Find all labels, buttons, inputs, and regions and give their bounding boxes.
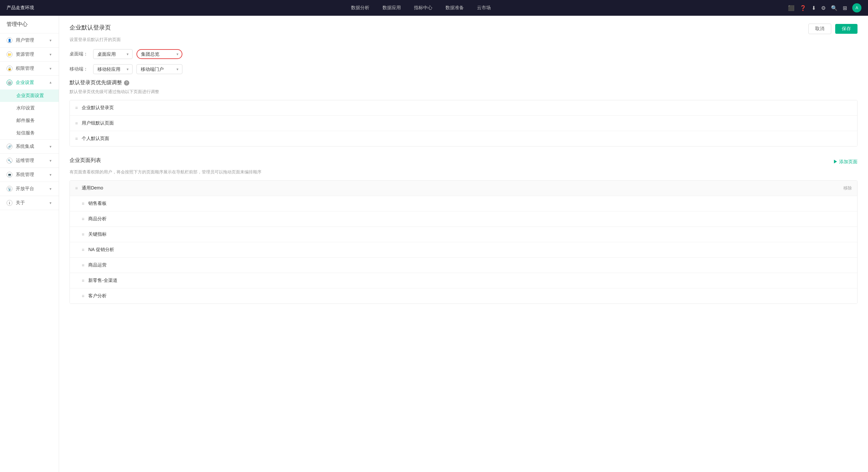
sidebar-label-resource-mgmt: 资源管理 (16, 52, 34, 57)
grid-icon[interactable]: ⊞ (843, 5, 847, 11)
nav-data-analysis[interactable]: 数据分析 (351, 4, 369, 12)
chevron-user-mgmt: ▼ (49, 39, 52, 42)
sidebar-sub-sms-service[interactable]: 短信服务 (0, 127, 59, 139)
header-actions: 取消 保存 (808, 24, 858, 34)
cancel-button[interactable]: 取消 (808, 24, 831, 34)
nav-cloud-market[interactable]: 云市场 (477, 4, 491, 12)
chevron-enterprise-settings: ▼ (49, 81, 52, 85)
page-item-product-analysis[interactable]: ≡ 商品分析 (70, 211, 857, 227)
priority-info-icon[interactable]: ? (124, 80, 129, 86)
desktop-label: 桌面端： (69, 51, 89, 57)
drag-handle-na-promotion: ≡ (82, 247, 84, 252)
page-table: ≡ 通用Demo 移除 ≡ 销售看板 ≡ 商品分析 ≡ 关键指标 (69, 180, 858, 304)
drag-handle-new-retail: ≡ (82, 278, 84, 283)
page-item-sales-dashboard[interactable]: ≡ 销售看板 (70, 196, 857, 211)
desktop-page-select-wrapper: 集团总览 ▼ (136, 49, 182, 59)
chevron-system-integration: ▼ (49, 145, 52, 148)
add-page-button[interactable]: ▶ 添加页面 (833, 159, 858, 165)
sidebar-group-user-mgmt: 👤 用户管理 ▼ (0, 33, 59, 47)
sidebar-group-open-platform: 📡 开放平台 ▼ (0, 182, 59, 196)
page-item-na-promotion[interactable]: ≡ NA 促销分析 (70, 242, 857, 258)
drag-handle-customer-analysis: ≡ (82, 293, 84, 299)
sidebar-label-user-mgmt: 用户管理 (16, 37, 34, 43)
sidebar-item-about[interactable]: ℹ 关于 ▼ (0, 196, 59, 210)
page-item-key-metrics[interactable]: ≡ 关键指标 (70, 227, 857, 242)
sidebar-group-system-integration: 🔗 系统集成 ▼ (0, 140, 59, 154)
page-header: 企业默认登录页 取消 保存 (69, 24, 858, 34)
priority-label-enterprise: 企业默认登录页 (82, 105, 114, 111)
layout: 管理中心 👤 用户管理 ▼ 📁 资源管理 ▼ (0, 16, 868, 472)
mobile-app-select[interactable]: 移动轻应用 (93, 64, 132, 74)
page-name-sales-dashboard: 销售看板 (88, 201, 106, 206)
monitor-icon[interactable]: ⬛ (788, 5, 795, 11)
save-button[interactable]: 保存 (835, 24, 858, 34)
drag-handle-sales: ≡ (82, 201, 84, 206)
mobile-label: 移动端： (69, 66, 89, 72)
content-inner: 企业默认登录页 取消 保存 设置登录后默认打开的页面 桌面端： 桌面应用 ▼ (59, 16, 868, 312)
open-icon: 📡 (6, 186, 12, 192)
desktop-page-select[interactable]: 集团总览 (136, 49, 182, 59)
chevron-permission-mgmt: ▼ (49, 67, 52, 70)
sidebar-label-open-platform: 开放平台 (16, 186, 34, 192)
sidebar-label-system-integration: 系统集成 (16, 143, 34, 149)
sidebar: 管理中心 👤 用户管理 ▼ 📁 资源管理 ▼ (0, 16, 59, 472)
system-icon: 💻 (6, 172, 12, 178)
integration-icon: 🔗 (6, 143, 12, 149)
chevron-system-mgmt: ▼ (49, 173, 52, 177)
nav-data-prep[interactable]: 数据准备 (445, 4, 464, 12)
priority-item-personal[interactable]: ≡ 个人默认页面 (70, 131, 857, 146)
drag-handle-product-analysis: ≡ (82, 216, 84, 222)
priority-list: ≡ 企业默认登录页 ≡ 用户组默认页面 ≡ 个人默认页面 (69, 100, 858, 146)
sidebar-item-ops-mgmt[interactable]: 🔧 运维管理 ▼ (0, 154, 59, 168)
sidebar-item-open-platform[interactable]: 📡 开放平台 ▼ (0, 182, 59, 196)
drag-handle-group: ≡ (75, 186, 78, 191)
nav-right: ⬛ ❓ ⬇ ⚙ 🔍 ⊞ A (788, 3, 862, 12)
avatar[interactable]: A (852, 3, 862, 12)
remove-group-button[interactable]: 移除 (843, 185, 852, 191)
sidebar-label-permission-mgmt: 权限管理 (16, 66, 34, 71)
chevron-open-platform: ▼ (49, 187, 52, 191)
page-name-product-ops: 商品运营 (88, 262, 106, 268)
priority-item-enterprise[interactable]: ≡ 企业默认登录页 (70, 100, 857, 116)
sidebar-label-ops-mgmt: 运维管理 (16, 158, 34, 164)
page-name-na-promotion: NA 促销分析 (88, 247, 114, 253)
desktop-form-row: 桌面端： 桌面应用 ▼ 集团总览 ▼ (69, 49, 858, 59)
mobile-app-select-wrapper: 移动轻应用 ▼ (93, 64, 132, 74)
ops-icon: 🔧 (6, 158, 12, 164)
page-item-new-retail[interactable]: ≡ 新零售-全渠道 (70, 273, 857, 289)
sidebar-item-enterprise-settings[interactable]: 🏢 企业设置 ▼ (0, 76, 59, 90)
search-icon[interactable]: 🔍 (831, 5, 837, 11)
sidebar-item-user-mgmt[interactable]: 👤 用户管理 ▼ (0, 33, 59, 47)
page-item-customer-analysis[interactable]: ≡ 客户分析 (70, 289, 857, 304)
sidebar-sub-email-service[interactable]: 邮件服务 (0, 114, 59, 127)
page-group-general-demo: ≡ 通用Demo 移除 ≡ 销售看板 ≡ 商品分析 ≡ 关键指标 (70, 180, 857, 304)
page-group-header-general-demo[interactable]: ≡ 通用Demo 移除 (70, 180, 857, 196)
mobile-page-select-wrapper: 移动端门户 ▼ (136, 64, 182, 74)
group-name-general-demo: 通用Demo (82, 185, 839, 191)
download-icon[interactable]: ⬇ (812, 5, 816, 11)
sidebar-group-enterprise-settings: 🏢 企业设置 ▼ 企业页面设置 水印设置 邮件服务 短信服务 (0, 76, 59, 140)
sidebar-item-system-integration[interactable]: 🔗 系统集成 ▼ (0, 140, 59, 154)
sidebar-sub-enterprise-page-settings[interactable]: 企业页面设置 (0, 90, 59, 102)
priority-item-user-group[interactable]: ≡ 用户组默认页面 (70, 116, 857, 131)
drag-handle-enterprise: ≡ (75, 105, 78, 110)
nav-metrics[interactable]: 指标中心 (414, 4, 432, 12)
sidebar-item-permission-mgmt[interactable]: 🔒 权限管理 ▼ (0, 62, 59, 75)
sidebar-group-system-mgmt: 💻 系统管理 ▼ (0, 168, 59, 182)
main-content: 企业默认登录页 取消 保存 设置登录后默认打开的页面 桌面端： 桌面应用 ▼ (59, 16, 868, 472)
nav-data-app[interactable]: 数据应用 (382, 4, 401, 12)
settings-icon[interactable]: ⚙ (821, 5, 826, 11)
priority-label-personal: 个人默认页面 (82, 136, 109, 142)
sidebar-sub-watermark-settings[interactable]: 水印设置 (0, 102, 59, 114)
sidebar-item-system-mgmt[interactable]: 💻 系统管理 ▼ (0, 168, 59, 181)
sidebar-item-resource-mgmt[interactable]: 📁 资源管理 ▼ (0, 47, 59, 61)
resource-icon: 📁 (6, 52, 12, 57)
mobile-form-row: 移动端： 移动轻应用 ▼ 移动端门户 ▼ (69, 64, 858, 74)
desktop-app-select[interactable]: 桌面应用 (93, 49, 132, 59)
help-icon[interactable]: ❓ (800, 5, 806, 11)
sidebar-label-enterprise-settings: 企业设置 (16, 80, 34, 86)
about-icon: ℹ (6, 200, 12, 206)
desktop-app-select-wrapper: 桌面应用 ▼ (93, 49, 132, 59)
page-item-product-ops[interactable]: ≡ 商品运营 (70, 258, 857, 273)
mobile-page-select[interactable]: 移动端门户 (136, 64, 182, 74)
